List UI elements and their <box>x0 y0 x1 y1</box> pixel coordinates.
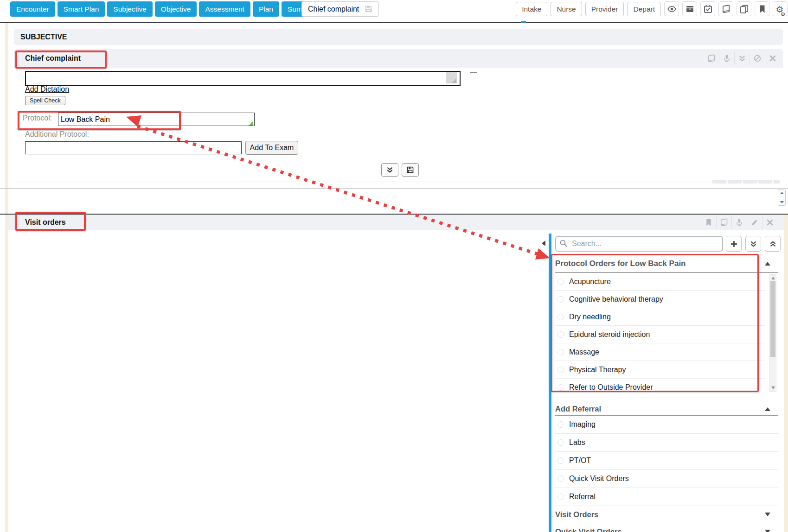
order-item-pt-ot[interactable]: PT/OT <box>555 452 778 470</box>
order-radio[interactable] <box>557 349 564 355</box>
bookmark-button[interactable] <box>701 216 716 228</box>
settings-button[interactable]: ⚙⚙ <box>773 1 788 16</box>
spell-check-button[interactable]: Spell Check <box>25 96 65 105</box>
textarea-resize-handle[interactable] <box>446 72 457 83</box>
order-item-massage[interactable]: Massage <box>555 343 765 361</box>
floppy-button[interactable] <box>402 163 419 177</box>
orders-scrollbar[interactable] <box>769 274 776 392</box>
archive-button[interactable] <box>682 1 697 16</box>
order-item-refer-to-outside-provider[interactable]: Refer to Outside Provider <box>555 379 765 396</box>
order-item-acupuncture[interactable]: Acupuncture <box>555 273 765 291</box>
microphone-button[interactable] <box>731 216 747 228</box>
orders-search-input[interactable] <box>555 236 723 252</box>
order-radio[interactable] <box>557 384 564 391</box>
group-header-add-referral[interactable]: Add Referral <box>555 403 778 416</box>
close-icon <box>766 218 774 227</box>
collapse-panel-icon[interactable] <box>542 241 545 246</box>
order-item-label: Cognitive behavioral therapy <box>569 295 663 304</box>
tab-chief-complaint[interactable]: Chief complaint <box>301 1 379 17</box>
calendar-check-button[interactable] <box>700 1 715 16</box>
plus-button[interactable] <box>726 236 742 252</box>
bookmark-button[interactable] <box>755 1 769 16</box>
group-header-quick-visit-orders[interactable]: Quick Visit Orders <box>555 523 778 532</box>
close-button[interactable] <box>762 216 777 228</box>
expand-group-icon[interactable] <box>765 530 770 532</box>
expand-icon <box>769 240 777 248</box>
horizontal-scrollbar-track[interactable] <box>712 180 780 184</box>
collapse-group-icon[interactable] <box>765 407 770 411</box>
tab-plan[interactable]: Plan <box>253 1 279 17</box>
order-item-epidural-steroid-injection[interactable]: Epidural steroid injection <box>555 326 765 343</box>
group-title: Quick Visit Orders <box>555 523 622 532</box>
mini-scroll-up-icon[interactable] <box>780 192 784 194</box>
tab-encounter[interactable]: Encounter <box>10 1 55 17</box>
phase-button-group: IntakeNurseProviderDepart <box>516 2 661 16</box>
order-radio[interactable] <box>557 331 564 338</box>
group-header-protocol-orders-for-low-back-pain[interactable]: Protocol Orders for Low Back Pain <box>555 254 778 273</box>
protocol-input-resize-corner[interactable] <box>249 121 253 126</box>
pencil-button[interactable] <box>747 216 762 228</box>
phase-button-provider[interactable]: Provider <box>585 2 624 16</box>
additional-protocol-input[interactable] <box>25 141 242 154</box>
tab-smart-plan[interactable]: Smart Plan <box>58 1 105 17</box>
chief-complaint-header-icons <box>704 52 780 64</box>
order-radio[interactable] <box>557 457 564 464</box>
order-item-quick-visit-orders[interactable]: Quick Visit Orders <box>555 470 778 488</box>
order-item-label: Imaging <box>569 420 596 429</box>
book-button[interactable] <box>704 52 719 64</box>
chief-complaint-textarea[interactable] <box>25 71 461 86</box>
order-radio[interactable] <box>557 439 564 446</box>
order-radio[interactable] <box>557 314 564 320</box>
tab-subjective[interactable]: Subjective <box>107 1 153 17</box>
mini-scroll-widget[interactable] <box>778 190 786 206</box>
order-item-labs[interactable]: Labs <box>555 434 778 452</box>
eye-button[interactable] <box>664 1 679 16</box>
microphone-button[interactable] <box>719 52 734 64</box>
add-to-exam-button[interactable]: Add To Exam <box>245 141 298 155</box>
close-button[interactable] <box>765 52 780 64</box>
scroll-down-icon[interactable] <box>771 386 775 389</box>
order-item-physical-therapy[interactable]: Physical Therapy <box>555 361 765 379</box>
phase-button-intake[interactable]: Intake <box>516 2 547 16</box>
copy-icon <box>740 5 749 13</box>
order-radio[interactable] <box>557 421 564 428</box>
order-item-dry-needling[interactable]: Dry needling <box>555 308 765 326</box>
order-item-cognitive-behavioral-therapy[interactable]: Cognitive behavioral therapy <box>555 291 765 308</box>
phase-button-depart[interactable]: Depart <box>627 2 661 16</box>
group-header-visit-orders[interactable]: Visit Orders <box>555 506 778 523</box>
order-item-imaging[interactable]: Imaging <box>555 416 778 434</box>
collapse-button[interactable] <box>734 52 750 64</box>
collapse-button[interactable] <box>381 163 398 177</box>
order-item-label: PT/OT <box>569 456 591 465</box>
scroll-up-icon[interactable] <box>771 277 775 279</box>
order-radio[interactable] <box>557 475 564 482</box>
expand-group-icon[interactable] <box>765 513 770 516</box>
scroll-position-indicator <box>521 21 526 23</box>
book-button[interactable] <box>718 1 733 16</box>
divider-dash <box>470 72 477 73</box>
microphone-icon <box>735 218 743 227</box>
protocol-input[interactable] <box>58 113 255 126</box>
tab-objective[interactable]: Objective <box>155 1 197 17</box>
order-item-label: Quick Visit Orders <box>569 475 629 483</box>
tab-assessment[interactable]: Assessment <box>199 1 250 17</box>
order-radio[interactable] <box>557 494 564 500</box>
topbar-right-group: IntakeNurseProviderDepart ⚙⚙ <box>516 1 788 16</box>
expand-button[interactable] <box>765 236 781 252</box>
scrollbar-thumb[interactable] <box>770 281 775 357</box>
add-dictation-link[interactable]: Add Dictation <box>25 85 69 94</box>
order-radio[interactable] <box>557 279 564 285</box>
order-item-referral[interactable]: Referral <box>555 488 778 506</box>
order-radio[interactable] <box>557 367 564 373</box>
disable-button[interactable] <box>750 52 765 64</box>
phase-button-nurse[interactable]: Nurse <box>551 2 582 16</box>
chief-complaint-header-bar: Chief complaint <box>14 49 783 68</box>
mini-scroll-down-icon[interactable] <box>780 201 784 203</box>
collapse-group-icon[interactable] <box>765 262 770 266</box>
subjective-section-header: SUBJECTIVE <box>14 29 783 45</box>
copy-button[interactable] <box>737 1 751 16</box>
order-radio[interactable] <box>557 296 564 303</box>
right-edge-strip <box>784 214 788 532</box>
book-button[interactable] <box>716 216 731 228</box>
collapse-button[interactable] <box>745 236 761 252</box>
